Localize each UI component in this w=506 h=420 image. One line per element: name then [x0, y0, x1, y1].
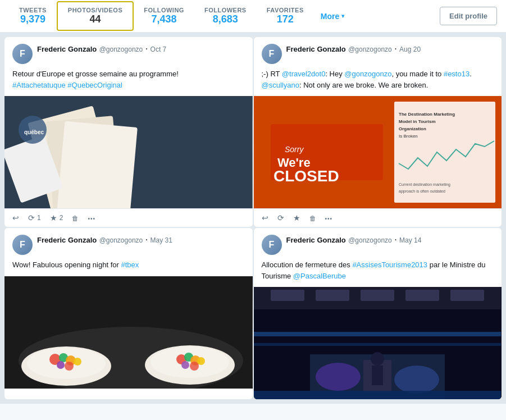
tweet-card-4: F Frederic Gonzalo @gonzogonzo · May 14 …	[254, 228, 502, 399]
stat-photos-value: 44	[90, 13, 101, 25]
tweet-card-1: F Frederic Gonzalo @gonzogonzo · Oct 7 R…	[4, 37, 253, 227]
tweet-header-1: F Frederic Gonzalo @gonzogonzo · Oct 7	[4, 37, 253, 69]
favorite-button-2[interactable]	[293, 213, 300, 222]
svg-rect-44	[254, 332, 501, 336]
tweet-date-4: May 14	[399, 236, 421, 244]
tweet-header-4: F Frederic Gonzalo @gonzogonzo · May 14	[254, 228, 502, 259]
tweet-header-2: F Frederic Gonzalo @gonzogonzo · Aug 20	[254, 37, 502, 69]
more-dropdown[interactable]: More ▾	[314, 7, 351, 25]
hashtag-assisestourisme[interactable]: #AssisesTourisme2013	[352, 261, 427, 269]
tweet-handle-3: @gonzogonzo	[99, 236, 143, 244]
reply-icon-2	[262, 213, 268, 222]
tweet-image-svg-4	[254, 287, 502, 399]
retweet-icon-1	[28, 213, 35, 222]
hashtag-esto13[interactable]: #esto13	[444, 70, 469, 78]
stat-photos-label: PHOTOS/VIDEOS	[68, 7, 122, 13]
avatar-3: F	[12, 235, 33, 255]
favorite-button-1[interactable]: 2	[50, 213, 63, 222]
svg-text:Model in Tourism: Model in Tourism	[399, 119, 436, 124]
retweet-icon-2	[277, 213, 284, 222]
tweet-author-4: Frederic Gonzalo	[286, 236, 346, 244]
svg-point-30	[151, 346, 229, 378]
stat-followers[interactable]: FOLLOWERS 8,683	[194, 2, 257, 30]
svg-rect-41	[361, 290, 394, 301]
svg-point-47	[316, 363, 361, 391]
svg-text:CLOSED: CLOSED	[273, 167, 339, 185]
svg-rect-43	[450, 290, 484, 301]
svg-rect-12	[394, 102, 495, 203]
delete-button-1[interactable]	[72, 213, 79, 222]
edit-profile-button[interactable]: Edit profile	[440, 7, 497, 25]
stats-bar: TWEETS 9,379 PHOTOS/VIDEOS 44 FOLLOWING …	[0, 0, 506, 33]
tweet-handle-1: @gonzogonzo	[99, 45, 143, 53]
tweet-date-3: May 31	[151, 236, 172, 244]
svg-text:approach is often outdated: approach is often outdated	[399, 189, 445, 194]
tweet-date-1: Oct 7	[151, 45, 167, 53]
tweet-text-1: Retour d'Europe et grosse semaine au pro…	[4, 69, 253, 96]
svg-text:Sorry: Sorry	[285, 145, 304, 154]
retweet-button-2[interactable]	[277, 213, 284, 222]
tweet-date-2: Aug 20	[399, 45, 421, 53]
stat-followers-value: 8,683	[213, 13, 238, 25]
svg-rect-45	[254, 343, 501, 346]
reply-button-2[interactable]	[262, 213, 268, 222]
mention-scullyano[interactable]: @scullyano	[262, 81, 299, 89]
svg-point-36	[197, 357, 205, 365]
tweet-meta-1: Frederic Gonzalo @gonzogonzo · Oct 7	[37, 44, 245, 54]
more-icon-1	[88, 213, 95, 222]
stat-favorites[interactable]: FAVORITES 172	[257, 2, 314, 30]
hashtag-attachetatuque[interactable]: #Attachetatuque	[12, 81, 66, 89]
more-icon-2	[325, 213, 333, 222]
more-button-1[interactable]	[88, 213, 95, 222]
hashtag-tbex[interactable]: #tbex	[121, 261, 139, 269]
delete-button-2[interactable]	[309, 213, 316, 222]
svg-rect-52	[254, 391, 501, 399]
mention-travel2dot0[interactable]: @travel2dot0	[282, 70, 326, 78]
retweet-button-1[interactable]: 1	[28, 213, 41, 222]
avatar-1: F	[12, 44, 33, 64]
tweet-image-4	[254, 287, 502, 399]
tweet-author-1: Frederic Gonzalo	[37, 45, 97, 53]
svg-text:Is Broken: Is Broken	[399, 134, 418, 139]
tweet-header-3: F Frederic Gonzalo @gonzogonzo · May 31	[4, 228, 253, 259]
svg-text:Organization: Organization	[399, 126, 426, 131]
stat-following-label: FOLLOWING	[144, 7, 184, 13]
stat-favorites-value: 172	[277, 13, 294, 25]
svg-point-28	[74, 358, 81, 366]
stat-following[interactable]: FOLLOWING 7,438	[134, 2, 194, 30]
stat-followers-label: FOLLOWERS	[204, 7, 247, 13]
stat-tweets[interactable]: TWEETS 9,379	[9, 2, 57, 30]
stat-tweets-value: 9,379	[20, 13, 45, 25]
tweet-card-2: F Frederic Gonzalo @gonzogonzo · Aug 20 …	[254, 37, 502, 227]
favorite-icon-2	[293, 213, 300, 222]
tweet-handle-2: @gonzogonzo	[348, 45, 392, 53]
tweet-handle-4: @gonzogonzo	[348, 236, 392, 244]
more-button-2[interactable]	[325, 213, 333, 222]
mention-pascalberube[interactable]: @PascalBerube	[293, 272, 346, 280]
favorite-count-1: 2	[60, 214, 63, 222]
stat-photos-videos[interactable]: PHOTOS/VIDEOS 44	[57, 1, 134, 31]
tweet-image-svg-1: québec	[4, 96, 253, 208]
reply-button-1[interactable]	[12, 213, 19, 222]
svg-rect-51	[372, 366, 383, 385]
tweet-meta-4: Frederic Gonzalo @gonzogonzo · May 14	[286, 235, 494, 245]
retweet-count-1: 1	[37, 214, 41, 222]
svg-point-50	[371, 352, 384, 366]
tweet-meta-2: Frederic Gonzalo @gonzogonzo · Aug 20	[286, 44, 494, 54]
trash-icon-1	[72, 213, 79, 222]
tweet-meta-3: Frederic Gonzalo @gonzogonzo · May 31	[37, 235, 245, 245]
tweet-text-4: Allocution de fermeture des #AssisesTour…	[254, 259, 502, 287]
svg-rect-39	[271, 290, 304, 301]
tweet-text-3: Wow! Fabulous opening night for #tbex	[4, 259, 253, 276]
hashtag-quebecoriginal[interactable]: #QuebecOriginal	[67, 81, 122, 89]
favorite-icon-1	[50, 213, 57, 222]
svg-text:The Destination Marketing: The Destination Marketing	[399, 112, 455, 117]
svg-text:Current destination marketing: Current destination marketing	[399, 182, 450, 187]
tweets-grid: F Frederic Gonzalo @gonzogonzo · Oct 7 R…	[0, 33, 506, 404]
tweet-text-2: ;-) RT @travel2dot0: Hey @gonzogonzo, yo…	[254, 69, 502, 96]
tweet-author-2: Frederic Gonzalo	[286, 45, 346, 53]
tweet-card-3: F Frederic Gonzalo @gonzogonzo · May 31 …	[4, 228, 253, 399]
svg-point-48	[394, 366, 439, 394]
stat-following-value: 7,438	[152, 13, 177, 25]
mention-gonzogonzo[interactable]: @gonzogonzo	[344, 70, 391, 78]
